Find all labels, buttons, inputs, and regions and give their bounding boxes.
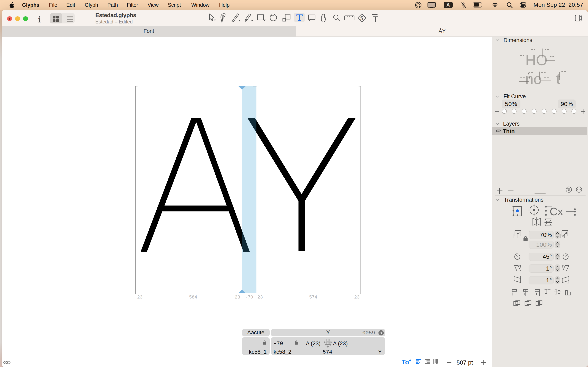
svg-text:507 pt: 507 pt — [457, 359, 473, 366]
svg-text:23: 23 — [354, 295, 360, 300]
svg-text:no: no — [525, 71, 542, 87]
svg-text:584: 584 — [189, 295, 197, 300]
svg-text:574: 574 — [309, 295, 317, 300]
svg-text:S: S — [360, 15, 363, 21]
svg-text:Cx: Cx — [550, 205, 563, 217]
svg-text:HO: HO — [525, 52, 547, 68]
svg-text:23: 23 — [258, 295, 263, 300]
svg-text:To: To — [402, 359, 409, 366]
svg-text:-70: -70 — [245, 295, 253, 300]
svg-text:t: t — [556, 71, 560, 87]
svg-text:23: 23 — [235, 295, 240, 300]
svg-text:23: 23 — [137, 295, 143, 300]
